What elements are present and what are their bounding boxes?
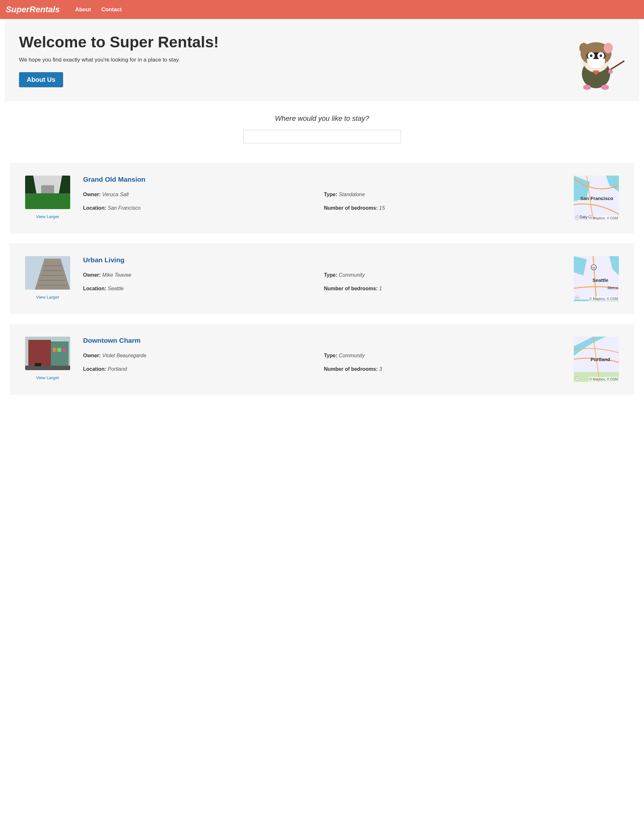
search-section: Where would you like to stay? bbox=[0, 114, 644, 143]
type-value: Community bbox=[339, 272, 365, 278]
search-input[interactable] bbox=[243, 130, 401, 143]
svg-line-15 bbox=[609, 61, 625, 71]
map-city-label: Seattle bbox=[592, 277, 608, 283]
svg-rect-40 bbox=[35, 363, 41, 366]
bedrooms-field: Number of bedrooms: 3 bbox=[324, 366, 561, 372]
top-nav: SuperRentals About Contact bbox=[0, 0, 644, 19]
rental-title-link[interactable]: Downtown Charm bbox=[83, 337, 561, 344]
svg-rect-11 bbox=[594, 63, 596, 67]
nav-link-contact[interactable]: Contact bbox=[101, 6, 122, 13]
type-label: Type: bbox=[324, 353, 337, 358]
svg-text:99: 99 bbox=[592, 266, 595, 269]
hero-banner: Welcome to Super Rentals! We hope you fi… bbox=[5, 19, 639, 101]
bedrooms-value: 1 bbox=[379, 286, 382, 291]
rental-image[interactable] bbox=[25, 175, 70, 209]
svg-rect-34 bbox=[28, 340, 51, 366]
owner-label: Owner: bbox=[83, 272, 101, 278]
hero-subtitle: We hope you find exactly what you're loo… bbox=[19, 57, 625, 63]
map-pin-icon bbox=[575, 296, 579, 300]
svg-point-10 bbox=[600, 54, 602, 57]
rental-card: View Larger Urban Living Owner: Mike Tea… bbox=[10, 243, 634, 314]
svg-rect-38 bbox=[62, 348, 66, 352]
map-attribution: © Mapbox, © OSM bbox=[589, 377, 618, 382]
rental-image[interactable] bbox=[25, 337, 70, 370]
svg-point-13 bbox=[583, 85, 591, 90]
view-larger-link[interactable]: View Larger bbox=[36, 295, 59, 300]
svg-point-4 bbox=[579, 43, 588, 53]
svg-rect-12 bbox=[596, 63, 598, 67]
view-larger-link[interactable]: View Larger bbox=[36, 375, 59, 380]
location-label: Location: bbox=[83, 366, 106, 372]
svg-point-14 bbox=[601, 85, 609, 90]
owner-value: Mike Teavee bbox=[102, 272, 131, 278]
rental-map[interactable]: 99 Seattle Merce © Mapbox, © OSM bbox=[574, 256, 619, 301]
map-attribution: © Mapbox, © OSM bbox=[589, 296, 618, 301]
bedrooms-field: Number of bedrooms: 1 bbox=[324, 286, 561, 292]
nav-link-about[interactable]: About bbox=[75, 6, 91, 13]
location-field: Location: Seattle bbox=[83, 286, 320, 292]
map-pin-icon bbox=[575, 376, 579, 380]
owner-field: Owner: Veruca Salt bbox=[83, 192, 320, 198]
type-label: Type: bbox=[324, 272, 337, 278]
owner-field: Owner: Violet Beauregarde bbox=[83, 353, 320, 359]
about-us-button[interactable]: About Us bbox=[19, 72, 63, 87]
owner-value: Violet Beauregarde bbox=[102, 353, 146, 358]
rental-image-wrap: View Larger bbox=[25, 175, 70, 219]
rental-map[interactable]: Portland © Mapbox, © OSM bbox=[574, 337, 619, 382]
type-value: Standalone bbox=[339, 192, 365, 197]
type-value: Community bbox=[339, 353, 365, 358]
svg-point-9 bbox=[590, 54, 592, 57]
location-value: Portland bbox=[107, 366, 127, 372]
location-value: Seattle bbox=[107, 286, 124, 291]
map-sub-label: Merce bbox=[608, 286, 618, 290]
rental-image-wrap: View Larger bbox=[25, 337, 70, 380]
bedrooms-value: 15 bbox=[379, 205, 385, 211]
rental-details: Downtown Charm Owner: Violet Beauregarde… bbox=[83, 337, 561, 372]
svg-point-16 bbox=[608, 69, 613, 74]
type-field: Type: Community bbox=[324, 353, 561, 359]
svg-rect-36 bbox=[52, 348, 56, 352]
rental-title-link[interactable]: Grand Old Mansion bbox=[83, 175, 561, 183]
rental-map[interactable]: San Francisco Daly City © Mapbox, © OSM bbox=[574, 175, 619, 221]
bedrooms-label: Number of bedrooms: bbox=[324, 286, 378, 291]
bedrooms-field: Number of bedrooms: 15 bbox=[324, 205, 561, 211]
svg-rect-39 bbox=[25, 366, 70, 370]
svg-rect-18 bbox=[25, 193, 70, 209]
bedrooms-label: Number of bedrooms: bbox=[324, 366, 378, 372]
map-city-label: San Francisco bbox=[580, 195, 613, 201]
tomster-mascot-icon bbox=[567, 29, 625, 90]
location-field: Location: San Francisco bbox=[83, 205, 320, 211]
rental-image-wrap: View Larger bbox=[25, 256, 70, 300]
hero-title: Welcome to Super Rentals! bbox=[19, 33, 625, 51]
type-field: Type: Standalone bbox=[324, 192, 561, 198]
svg-rect-21 bbox=[41, 185, 54, 193]
search-label: Where would you like to stay? bbox=[0, 114, 644, 123]
rental-title-link[interactable]: Urban Living bbox=[83, 256, 561, 264]
svg-rect-37 bbox=[57, 348, 61, 352]
owner-field: Owner: Mike Teavee bbox=[83, 272, 320, 278]
map-city-label: Portland bbox=[590, 357, 610, 362]
rental-card: View Larger Grand Old Mansion Owner: Ver… bbox=[10, 163, 634, 234]
rental-details: Grand Old Mansion Owner: Veruca Salt Typ… bbox=[83, 175, 561, 211]
type-field: Type: Community bbox=[324, 272, 561, 278]
owner-label: Owner: bbox=[83, 192, 101, 197]
location-value: San Francisco bbox=[107, 205, 140, 211]
nav-links: About Contact bbox=[75, 6, 122, 13]
owner-value: Veruca Salt bbox=[102, 192, 129, 197]
svg-point-5 bbox=[604, 43, 613, 53]
bedrooms-value: 3 bbox=[379, 366, 382, 372]
location-label: Location: bbox=[83, 286, 106, 291]
type-label: Type: bbox=[324, 192, 337, 197]
logo[interactable]: SuperRentals bbox=[6, 5, 60, 15]
owner-label: Owner: bbox=[83, 353, 101, 358]
map-attribution: © Mapbox, © OSM bbox=[589, 216, 618, 220]
view-larger-link[interactable]: View Larger bbox=[36, 214, 59, 219]
location-field: Location: Portland bbox=[83, 366, 320, 372]
location-label: Location: bbox=[83, 205, 106, 211]
rental-card: View Larger Downtown Charm Owner: Violet… bbox=[10, 324, 634, 395]
rental-list: View Larger Grand Old Mansion Owner: Ver… bbox=[0, 163, 644, 395]
svg-rect-35 bbox=[51, 341, 68, 366]
bedrooms-label: Number of bedrooms: bbox=[324, 205, 378, 211]
rental-image[interactable] bbox=[25, 256, 70, 289]
rental-details: Urban Living Owner: Mike Teavee Type: Co… bbox=[83, 256, 561, 292]
